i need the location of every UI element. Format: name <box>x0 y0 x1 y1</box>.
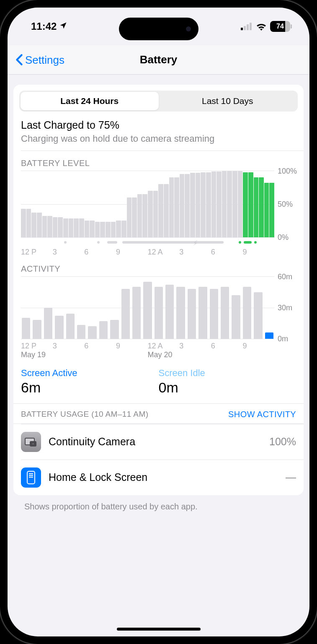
svg-rect-3 <box>250 23 252 30</box>
home-indicator[interactable] <box>117 628 201 631</box>
activity-xaxis: 12 P36912 A369 <box>13 339 304 351</box>
status-time: 11:42 <box>31 21 57 32</box>
tab-last-10-days[interactable]: Last 10 Days <box>159 92 297 110</box>
last-charged-title: Last Charged to 75% <box>21 119 296 131</box>
activity-chart[interactable]: 60m 30m 0m <box>13 276 304 339</box>
screen-stats: Screen Active 6m Screen Idle 0m <box>13 359 304 403</box>
app-row-continuity-camera[interactable]: Continuity Camera 100% <box>21 424 304 460</box>
svg-rect-2 <box>247 24 249 30</box>
page-title: Battery <box>140 53 178 66</box>
battery-level-xaxis: 12 P36912 A369 <box>13 245 304 257</box>
activity-header: ACTIVITY <box>13 264 304 274</box>
app-name: Home & Lock Screen <box>49 471 278 483</box>
svg-rect-1 <box>244 26 246 30</box>
screen-active-label: Screen Active <box>21 368 159 379</box>
back-label: Settings <box>25 53 64 66</box>
screen-idle-label: Screen Idle <box>159 368 296 379</box>
y-label-30m: 30m <box>274 303 299 312</box>
y-label-0: 0% <box>274 233 299 242</box>
svg-rect-0 <box>241 28 243 30</box>
location-icon <box>59 21 67 32</box>
dynamic-island <box>119 18 198 40</box>
continuity-camera-icon <box>21 432 41 452</box>
wifi-icon <box>256 22 267 31</box>
screen-idle-value: 0m <box>159 379 296 396</box>
time-range-segmented: Last 24 Hours Last 10 Days <box>19 91 298 112</box>
y-label-100: 100% <box>274 166 299 175</box>
y-label-50: 50% <box>274 200 299 208</box>
y-label-60m: 60m <box>274 272 299 281</box>
home-lock-screen-icon <box>21 467 41 488</box>
usage-header-row: BATTERY USAGE (10 AM–11 AM) SHOW ACTIVIT… <box>13 403 304 423</box>
footer-note: Shows proportion of battery used by each… <box>13 495 304 512</box>
cellular-signal-icon <box>241 23 253 30</box>
app-percent: 100% <box>269 436 296 448</box>
last-charged-subtitle: Charging was on hold due to camera strea… <box>21 133 296 145</box>
activity-day-labels: May 19 May 20 <box>13 351 304 359</box>
charging-strip: ⚡︎ <box>21 239 274 245</box>
battery-status-icon: 74 <box>270 21 290 32</box>
tab-last-24-hours[interactable]: Last 24 Hours <box>21 92 159 110</box>
back-button[interactable]: Settings <box>15 53 64 66</box>
app-name: Continuity Camera <box>49 436 262 448</box>
battery-card: Last 24 Hours Last 10 Days Last Charged … <box>13 85 304 495</box>
battery-level-chart[interactable]: 100% 50% 0% ⚡︎ <box>13 171 304 245</box>
nav-header: Settings Battery <box>8 45 309 75</box>
usage-header-label: BATTERY USAGE (10 AM–11 AM) <box>21 410 148 419</box>
show-activity-button[interactable]: SHOW ACTIVITY <box>228 410 296 419</box>
screen-active-value: 6m <box>21 379 159 396</box>
svg-point-6 <box>32 442 34 445</box>
app-percent: — <box>286 471 296 483</box>
battery-level-header: BATTERY LEVEL <box>13 158 304 168</box>
app-row-home-lock-screen[interactable]: Home & Lock Screen — <box>21 460 304 495</box>
